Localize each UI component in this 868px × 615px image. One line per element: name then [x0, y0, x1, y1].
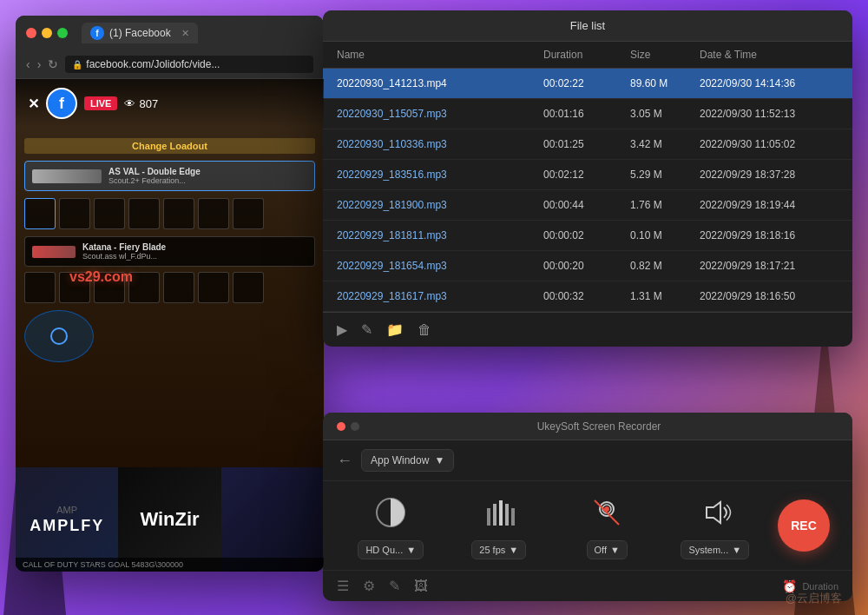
amplify-content: AMΡ AMPLFY — [30, 505, 104, 535]
svg-rect-3 — [499, 500, 503, 526]
file-duration-cell: 00:01:25 — [543, 138, 630, 150]
recorder-title: UkeySoft Screen Recorder — [359, 420, 838, 433]
file-datetime-cell: 2022/09/29 18:19:44 — [700, 199, 838, 211]
quality-control-group: HD Qu... ▼ — [337, 492, 445, 559]
inv-slot-11 — [128, 272, 160, 303]
file-datetime-cell: 2022/09/29 18:16:50 — [700, 290, 838, 302]
camera-label: Off — [595, 545, 607, 555]
table-row[interactable]: 20220929_181654.mp3 00:00:20 0.82 M 2022… — [323, 251, 852, 281]
fps-dropdown[interactable]: 25 fps ▼ — [471, 540, 526, 559]
close-traffic-light[interactable] — [26, 28, 36, 38]
source-dropdown[interactable]: App Window ▼ — [361, 449, 454, 472]
stream-bottom-overlay: CALL OF DUTY STARS GOAL 5483G\300000 — [16, 558, 324, 572]
source-label: App Window — [371, 454, 429, 466]
file-datetime-cell: 2022/09/29 18:37:28 — [700, 169, 838, 181]
brush-icon[interactable]: ✎ — [389, 578, 400, 594]
minimap — [24, 310, 94, 362]
browser-window: f (1) Facebook ✕ ‹ › ↻ 🔒 facebook.com/Jo… — [16, 16, 324, 572]
duration-label: Duration — [802, 581, 838, 592]
facebook-icon: f — [90, 26, 104, 40]
col-datetime: Date & Time — [700, 49, 838, 61]
audio-icon — [694, 492, 736, 533]
rec-button[interactable]: REC — [778, 499, 830, 552]
close-stream-button[interactable]: ✕ — [28, 96, 39, 112]
file-size-cell: 1.76 M — [630, 199, 700, 211]
recorder-header: ← App Window ▼ — [323, 440, 852, 481]
file-size-cell: 0.82 M — [630, 260, 700, 272]
file-duration-cell: 00:00:44 — [543, 199, 630, 211]
tab-close-button[interactable]: ✕ — [181, 28, 189, 39]
edit-button[interactable]: ✎ — [361, 321, 372, 338]
forward-nav-button[interactable]: › — [37, 57, 42, 71]
extra-panel — [221, 467, 324, 572]
camera-control-group: Off ▼ — [553, 492, 661, 559]
refresh-nav-button[interactable]: ↻ — [48, 57, 58, 71]
max-traffic-light[interactable] — [57, 28, 68, 38]
fps-label: 25 fps — [479, 545, 505, 555]
settings-icon[interactable]: ⚙ — [363, 578, 375, 594]
file-duration-cell: 00:02:22 — [543, 77, 630, 89]
file-datetime-cell: 2022/09/29 18:18:16 — [700, 229, 838, 241]
weapon1-icon — [32, 169, 102, 183]
camera-icon — [586, 492, 628, 533]
winzir-panel: WinZir — [118, 467, 220, 572]
inv-slot-6 — [198, 198, 229, 229]
svg-marker-10 — [707, 502, 720, 523]
inv-slot-2 — [59, 198, 90, 229]
delete-button[interactable]: 🗑 — [418, 322, 431, 338]
camera-dropdown[interactable]: Off ▼ — [587, 540, 628, 559]
inv-slot-8 — [24, 272, 56, 303]
file-size-cell: 3.42 M — [630, 138, 700, 150]
recorder-back-button[interactable]: ← — [337, 452, 352, 470]
winzir-label: WinZir — [140, 508, 199, 531]
file-datetime-cell: 2022/09/30 11:05:02 — [700, 138, 838, 150]
minimap-area — [24, 310, 315, 362]
file-name-cell: 20220929_181654.mp3 — [337, 260, 543, 272]
image-icon[interactable]: 🖼 — [414, 579, 428, 594]
back-nav-button[interactable]: ‹ — [26, 57, 30, 71]
amplify-panel: AMΡ AMPLFY — [16, 467, 118, 572]
table-row[interactable]: 20220930_110336.mp3 00:01:25 3.42 M 2022… — [323, 129, 852, 160]
inventory-row-1 — [24, 198, 315, 229]
address-bar[interactable]: 🔒 facebook.com/Jolidofc/vide... — [65, 56, 313, 73]
weapon2-name: Katana - Fiery Blade — [82, 242, 166, 252]
weapon2-tag: Scout.ass wl_F.dPu... — [82, 252, 166, 261]
browser-tab[interactable]: f (1) Facebook ✕ — [82, 23, 198, 43]
table-row[interactable]: 20220930_115057.mp3 00:01:16 3.05 M 2022… — [323, 99, 852, 129]
table-row[interactable]: 20220929_181617.mp3 00:00:32 1.31 M 2022… — [323, 281, 852, 312]
file-list-window: File list Name Duration Size Date & Time… — [323, 10, 852, 347]
file-duration-cell: 00:00:20 — [543, 260, 630, 272]
min-traffic-light[interactable] — [42, 28, 52, 38]
audio-dropdown[interactable]: System... ▼ — [681, 540, 749, 559]
quality-dropdown[interactable]: HD Qu... ▼ — [358, 540, 424, 559]
weapon-card-2: Katana - Fiery Blade Scout.ass wl_F.dPu.… — [24, 236, 315, 267]
stream-panels: AMΡ AMPLFY WinZir — [16, 467, 324, 572]
svg-rect-5 — [511, 508, 515, 526]
eye-icon: 👁 — [124, 97, 135, 110]
table-row[interactable]: 20220930_141213.mp4 00:02:22 89.60 M 202… — [323, 69, 852, 99]
file-name-cell: 20220929_181900.mp3 — [337, 199, 543, 211]
table-row[interactable]: 20220929_181900.mp3 00:00:44 1.76 M 2022… — [323, 190, 852, 221]
recorder-window: UkeySoft Screen Recorder ← App Window ▼ … — [323, 413, 852, 601]
tab-label: (1) Facebook — [109, 27, 171, 39]
inv-slot-3 — [94, 198, 125, 229]
traffic-lights — [26, 28, 68, 38]
file-duration-cell: 00:00:32 — [543, 290, 630, 302]
file-duration-cell: 00:00:02 — [543, 229, 630, 241]
audio-label: System... — [688, 545, 728, 555]
list-icon[interactable]: ☰ — [337, 578, 349, 594]
camera-chevron: ▼ — [610, 545, 620, 555]
table-row[interactable]: 20220929_181811.mp3 00:00:02 0.10 M 2022… — [323, 221, 852, 251]
folder-button[interactable]: 📁 — [386, 321, 404, 338]
table-row[interactable]: 20220929_183516.mp3 00:02:12 5.29 M 2022… — [323, 160, 852, 190]
play-button[interactable]: ▶ — [337, 321, 347, 338]
dot-1 — [337, 422, 345, 431]
svg-rect-1 — [487, 508, 490, 526]
file-duration-cell: 00:02:12 — [543, 169, 630, 181]
file-name-cell: 20220929_181617.mp3 — [337, 290, 543, 302]
camera-overlay — [589, 495, 624, 530]
browser-titlebar: f (1) Facebook ✕ — [16, 16, 324, 50]
file-size-cell: 0.10 M — [630, 229, 700, 241]
file-size-cell: 3.05 M — [630, 108, 700, 120]
file-size-cell: 5.29 M — [630, 169, 700, 181]
